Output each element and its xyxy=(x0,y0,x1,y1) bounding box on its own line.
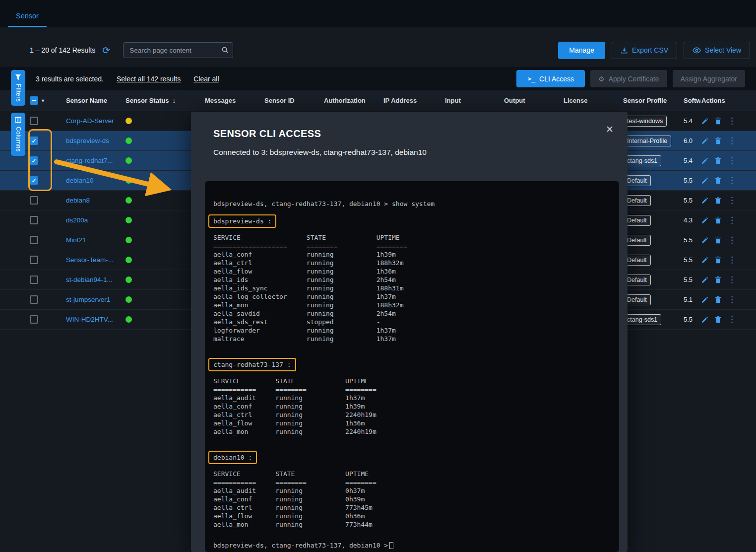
more-actions-icon[interactable]: ⋮ xyxy=(728,295,736,304)
column-header-software-version[interactable]: Software Version xyxy=(684,97,700,104)
sensor-name-link[interactable]: ds200a xyxy=(66,216,88,224)
search-icon[interactable] xyxy=(221,46,229,54)
row-checkbox[interactable]: ✓ xyxy=(30,256,38,264)
edit-icon[interactable] xyxy=(701,177,708,184)
delete-icon[interactable] xyxy=(715,236,721,244)
edit-icon[interactable] xyxy=(701,217,708,224)
column-header-authorization[interactable]: Authorization xyxy=(324,97,383,104)
sort-desc-icon[interactable]: ↓ xyxy=(172,97,176,104)
selection-bar: 3 results are selected. Select all 142 r… xyxy=(0,67,756,90)
more-actions-icon[interactable]: ⋮ xyxy=(728,156,736,165)
selected-count-text: 3 results are selected. xyxy=(36,75,104,83)
sensor-name-link[interactable]: st-jumpserver1 xyxy=(66,296,110,303)
column-header-sensor-id[interactable]: Sensor ID xyxy=(264,97,324,104)
cli-access-button[interactable]: >_ CLI Access xyxy=(516,70,585,87)
terminal-host-section: debian10 :SERVICE STATE UPTIME =========… xyxy=(213,451,612,529)
refresh-icon[interactable]: ⟳ xyxy=(102,46,110,55)
column-header-ip-address[interactable]: IP Address xyxy=(383,97,445,104)
delete-icon[interactable] xyxy=(715,256,721,264)
edit-icon[interactable] xyxy=(701,118,708,125)
sensor-name-link[interactable]: bdspreview-ds xyxy=(66,137,109,144)
more-actions-icon[interactable]: ⋮ xyxy=(728,196,736,205)
software-version: 5.4 xyxy=(684,157,693,164)
row-checkbox[interactable]: ✓ xyxy=(30,295,38,304)
more-actions-icon[interactable]: ⋮ xyxy=(728,137,736,145)
chevron-down-icon[interactable]: ▾ xyxy=(42,98,44,103)
row-checkbox[interactable]: ✓ xyxy=(30,137,38,145)
row-checkbox[interactable]: ✓ xyxy=(30,196,38,205)
sensor-name-link[interactable]: ctang-redhat7... xyxy=(66,157,113,164)
row-checkbox[interactable]: ✓ xyxy=(30,216,38,224)
side-tabs: Filters Columns xyxy=(11,70,25,156)
row-checkbox[interactable]: ✓ xyxy=(30,315,38,324)
terminal-prompt-text: bdspreview-ds, ctang-redhat73-137, debia… xyxy=(213,541,388,550)
status-dot xyxy=(126,197,132,204)
row-checkbox[interactable]: ✓ xyxy=(30,176,38,185)
column-header-sensor-profile[interactable]: Sensor Profile xyxy=(623,97,684,104)
software-version: 5.5 xyxy=(684,236,693,244)
more-actions-icon[interactable]: ⋮ xyxy=(728,276,736,284)
filters-tab[interactable]: Filters xyxy=(11,70,25,106)
column-header-output[interactable]: Output xyxy=(504,97,564,104)
edit-icon[interactable] xyxy=(701,276,708,283)
select-all-checkbox[interactable] xyxy=(30,96,38,105)
edit-icon[interactable] xyxy=(701,157,708,164)
sensor-name-link[interactable]: Corp-AD-Server xyxy=(66,117,114,125)
row-checkbox[interactable]: ✓ xyxy=(30,117,38,125)
assign-aggregator-button[interactable]: Assign Aggregator xyxy=(673,70,745,87)
select-all-link[interactable]: Select all 142 results xyxy=(117,75,181,83)
delete-icon[interactable] xyxy=(715,157,721,164)
more-actions-icon[interactable]: ⋮ xyxy=(728,256,736,264)
export-csv-button[interactable]: Export CSV xyxy=(612,42,677,59)
columns-tab[interactable]: Columns xyxy=(11,113,25,156)
table-header: ▾ Sensor Name Sensor Status ↓ Messages S… xyxy=(0,90,756,111)
delete-icon[interactable] xyxy=(715,216,721,224)
search-input[interactable] xyxy=(123,42,233,58)
manage-button[interactable]: Manage xyxy=(558,42,605,59)
edit-icon[interactable] xyxy=(701,138,708,144)
delete-icon[interactable] xyxy=(715,296,721,303)
delete-icon[interactable] xyxy=(715,117,721,125)
row-checkbox[interactable]: ✓ xyxy=(30,156,38,165)
sensor-name-link[interactable]: debian8 xyxy=(66,197,90,204)
terminal-command-line: bdspreview-ds, ctang-redhat73-137, debia… xyxy=(213,200,612,208)
edit-icon[interactable] xyxy=(701,316,708,323)
sensor-name-link[interactable]: Sensor-Team-... xyxy=(66,256,114,264)
delete-icon[interactable] xyxy=(715,316,721,323)
row-checkbox[interactable]: ✓ xyxy=(30,276,38,284)
more-actions-icon[interactable]: ⋮ xyxy=(728,216,736,224)
column-header-license[interactable]: License xyxy=(564,97,623,104)
column-header-sensor-status[interactable]: Sensor Status ↓ xyxy=(126,97,205,104)
clear-all-link[interactable]: Clear all xyxy=(193,75,219,83)
apply-certificate-button[interactable]: ⚙ Apply Certificate xyxy=(590,70,667,87)
row-checkbox[interactable]: ✓ xyxy=(30,236,38,244)
edit-icon[interactable] xyxy=(701,257,708,264)
column-header-input[interactable]: Input xyxy=(445,97,504,104)
delete-icon[interactable] xyxy=(715,276,721,283)
sensor-name-link[interactable]: Mint21 xyxy=(66,236,86,244)
select-view-button[interactable]: Select View xyxy=(684,42,750,59)
column-header-messages[interactable]: Messages xyxy=(205,97,264,104)
delete-icon[interactable] xyxy=(715,137,721,144)
service-status-table: SERVICE STATE UPTIME =========== =======… xyxy=(213,377,612,436)
sensor-name-link[interactable]: WIN-HD2HTV... xyxy=(66,316,113,323)
edit-icon[interactable] xyxy=(701,237,708,244)
more-actions-icon[interactable]: ⋮ xyxy=(728,236,736,244)
delete-icon[interactable] xyxy=(715,197,721,204)
column-header-sensor-name[interactable]: Sensor Name xyxy=(66,97,126,104)
close-icon[interactable]: ✕ xyxy=(606,124,614,135)
sensor-name-link[interactable]: debian10 xyxy=(66,177,94,184)
more-actions-icon[interactable]: ⋮ xyxy=(728,117,736,125)
edit-icon[interactable] xyxy=(701,296,708,303)
status-dot xyxy=(126,217,132,223)
status-dot xyxy=(126,296,132,303)
terminal-host-section: ctang-redhat73-137 :SERVICE STATE UPTIME… xyxy=(213,358,612,436)
more-actions-icon[interactable]: ⋮ xyxy=(728,315,736,324)
tab-sensor[interactable]: Sensor xyxy=(8,5,47,27)
delete-icon[interactable] xyxy=(715,177,721,184)
edit-icon[interactable] xyxy=(701,197,708,204)
cli-terminal[interactable]: bdspreview-ds, ctang-redhat73-137, debia… xyxy=(205,181,619,552)
service-status-table: SERVICE STATE UPTIME ===================… xyxy=(213,233,612,343)
more-actions-icon[interactable]: ⋮ xyxy=(728,176,736,185)
sensor-name-link[interactable]: st-debian94-1... xyxy=(66,276,113,283)
